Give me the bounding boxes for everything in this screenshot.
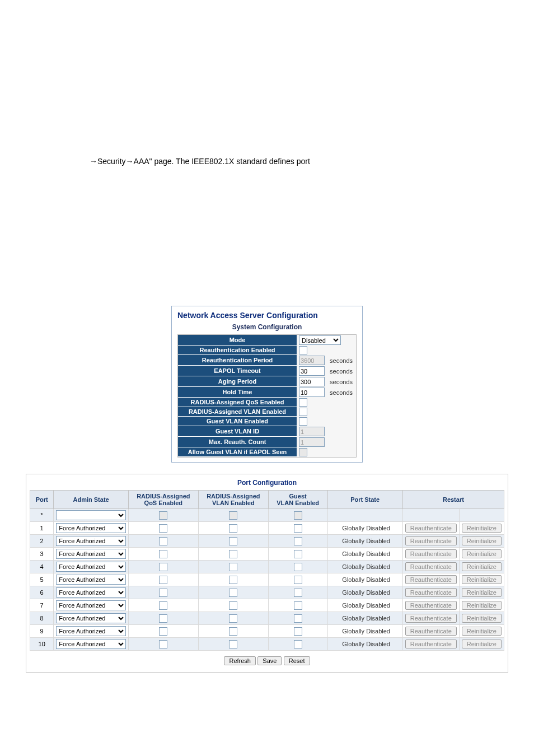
radius-qos-checkbox[interactable] (299, 398, 307, 407)
reauthenticate-button[interactable]: Reauthenticate (405, 614, 457, 623)
qos-checkbox[interactable] (159, 576, 167, 584)
reauthenticate-button[interactable]: Reauthenticate (405, 575, 457, 584)
reauthenticate-button[interactable]: Reauthenticate (405, 588, 457, 597)
mode-select[interactable]: Disabled (299, 335, 341, 345)
guest-checkbox[interactable] (294, 537, 302, 545)
admin-state-select[interactable]: Force Authorized (56, 562, 126, 572)
qos-checkbox[interactable] (159, 550, 167, 558)
reauthenticate-button[interactable]: Reauthenticate (405, 562, 457, 571)
port-state-label: Globally Disabled (327, 586, 402, 599)
system-config-panel: Network Access Server Configuration Syst… (171, 306, 363, 463)
reinitialize-button[interactable]: Reinitialize (462, 627, 502, 636)
eapol-timeout-input[interactable] (299, 366, 325, 376)
guest-checkbox[interactable] (294, 550, 302, 558)
aging-period-input[interactable] (299, 377, 325, 386)
port-number: 10 (30, 638, 54, 651)
refresh-button[interactable]: Refresh (224, 656, 256, 665)
admin-state-select[interactable]: Force Authorized (56, 639, 126, 649)
label-radius-qos: RADIUS-Assigned QoS Enabled (178, 398, 297, 407)
qos-checkbox[interactable] (159, 614, 167, 623)
reinitialize-button[interactable]: Reinitialize (462, 549, 502, 558)
radius-vlan-checkbox[interactable] (299, 408, 307, 416)
qos-checkbox[interactable] (159, 601, 167, 610)
guest-vlan-enabled-checkbox[interactable] (299, 417, 307, 426)
qos-checkbox[interactable] (159, 537, 167, 545)
reinitialize-button[interactable]: Reinitialize (462, 588, 502, 597)
admin-state-select[interactable] (56, 510, 126, 520)
guest-checkbox[interactable] (294, 640, 302, 648)
reinitialize-button[interactable]: Reinitialize (462, 614, 502, 623)
vlan-checkbox[interactable] (229, 576, 237, 584)
guest-checkbox[interactable] (294, 614, 302, 623)
guest-checkbox[interactable] (294, 627, 302, 636)
qos-checkbox[interactable] (159, 627, 167, 636)
qos-checkbox (159, 511, 167, 520)
qos-checkbox[interactable] (159, 563, 167, 571)
admin-state-select[interactable]: Force Authorized (56, 626, 126, 636)
reauthenticate-button[interactable]: Reauthenticate (405, 640, 457, 648)
reauthenticate-button[interactable]: Reauthenticate (405, 601, 457, 610)
guest-checkbox[interactable] (294, 563, 302, 571)
reauthenticate-button[interactable]: Reauthenticate (405, 536, 457, 545)
label-guest-vlan-id: Guest VLAN ID (178, 426, 297, 437)
reauth-enabled-checkbox[interactable] (299, 346, 307, 354)
reinitialize-button[interactable]: Reinitialize (462, 640, 502, 648)
admin-state-select[interactable]: Force Authorized (56, 549, 126, 559)
table-row: 8Force AuthorizedGlobally DisabledReauth… (30, 612, 504, 625)
table-row: 1Force AuthorizedGlobally DisabledReauth… (30, 522, 504, 535)
admin-state-select[interactable]: Force Authorized (56, 613, 126, 623)
reauthenticate-button[interactable]: Reauthenticate (405, 524, 457, 533)
vlan-checkbox[interactable] (229, 627, 237, 636)
vlan-checkbox[interactable] (229, 537, 237, 545)
admin-state-select[interactable]: Force Authorized (56, 536, 126, 546)
port-state-label: Globally Disabled (327, 599, 402, 612)
table-row: * (30, 509, 504, 522)
guest-checkbox[interactable] (294, 589, 302, 597)
vlan-checkbox[interactable] (229, 640, 237, 648)
qos-checkbox[interactable] (159, 524, 167, 533)
reauth-period-input[interactable] (299, 356, 325, 365)
admin-state-select[interactable]: Force Authorized (56, 523, 126, 533)
vlan-checkbox[interactable] (229, 601, 237, 610)
reinitialize-button[interactable]: Reinitialize (462, 601, 502, 610)
admin-state-select[interactable]: Force Authorized (56, 587, 126, 598)
table-row: 2Force AuthorizedGlobally DisabledReauth… (30, 535, 504, 548)
max-reauth-input[interactable] (299, 437, 325, 447)
qos-checkbox[interactable] (159, 640, 167, 648)
admin-state-select[interactable]: Force Authorized (56, 575, 126, 585)
table-row: 6Force AuthorizedGlobally DisabledReauth… (30, 586, 504, 599)
guest-checkbox[interactable] (294, 524, 302, 533)
admin-state-select[interactable]: Force Authorized (56, 600, 126, 610)
guest-vlan-id-input[interactable] (299, 427, 325, 436)
vlan-checkbox[interactable] (229, 563, 237, 571)
unit-seconds: seconds (326, 379, 353, 385)
reset-button[interactable]: Reset (284, 656, 310, 665)
reinitialize-button[interactable]: Reinitialize (462, 536, 502, 545)
guest-checkbox[interactable] (294, 576, 302, 584)
reauthenticate-button[interactable]: Reauthenticate (405, 627, 457, 636)
save-button[interactable]: Save (257, 656, 282, 665)
reauthenticate-button[interactable]: Reauthenticate (405, 549, 457, 558)
table-row: 5Force AuthorizedGlobally DisabledReauth… (30, 573, 504, 586)
vlan-checkbox[interactable] (229, 550, 237, 558)
reinitialize-button[interactable]: Reinitialize (462, 562, 502, 571)
port-number: 5 (30, 573, 54, 586)
hold-time-input[interactable] (299, 388, 325, 397)
reinitialize-button[interactable]: Reinitialize (462, 575, 502, 584)
col-qos: RADIUS-Assigned QoS Enabled (128, 491, 198, 509)
col-admin: Admin State (54, 491, 129, 509)
vlan-checkbox[interactable] (229, 589, 237, 597)
vlan-checkbox[interactable] (229, 524, 237, 533)
panel-title: Network Access Server Configuration (177, 310, 357, 323)
qos-checkbox[interactable] (159, 589, 167, 597)
label-eapol-timeout: EAPOL Timeout (178, 366, 297, 376)
label-mode: Mode (178, 335, 297, 346)
port-number: 6 (30, 586, 54, 599)
port-state-label: Globally Disabled (327, 548, 402, 561)
vlan-checkbox[interactable] (229, 614, 237, 623)
col-vlan: RADIUS-Assigned VLAN Enabled (198, 491, 268, 509)
guest-checkbox[interactable] (294, 601, 302, 610)
label-guest-vlan-en: Guest VLAN Enabled (178, 417, 297, 426)
breadcrumb-text: →Security→AAA" page. The IEEE802.1X stan… (90, 157, 534, 166)
reinitialize-button[interactable]: Reinitialize (462, 524, 502, 533)
